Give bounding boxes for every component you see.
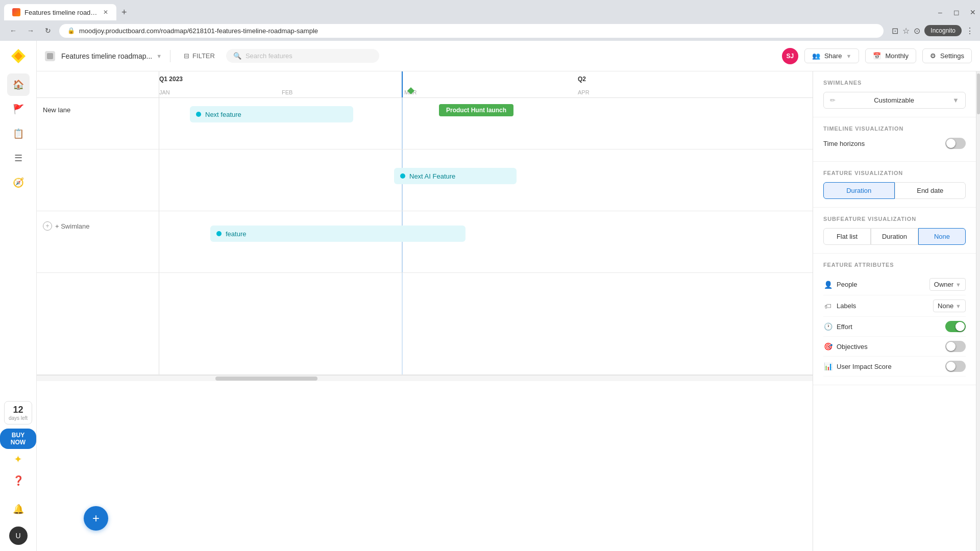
share-icon: 👥 [812, 52, 820, 60]
dropdown-chevron-icon: ▼ [952, 96, 959, 104]
timeline-viz-section: TIMELINE VISUALIZATION Time horizons [813, 117, 976, 162]
subfeature-viz-section: SUBFEATURE VISUALIZATION Flat list Durat… [813, 208, 976, 254]
subfeature-none-button[interactable]: None [918, 228, 966, 245]
tab-bar: Features timeline roadmap (sam... ✕ + – … [0, 0, 980, 20]
customizable-dropdown[interactable]: ✏ Customizable ▼ [823, 92, 966, 109]
attr-row-labels: 🏷 Labels None ▼ [823, 295, 966, 317]
close-button[interactable]: ✕ [966, 5, 980, 19]
product-hunt-badge[interactable]: Product Hunt launch [439, 104, 513, 116]
toggle-thumb [946, 139, 955, 148]
cast-icon[interactable]: ⊡ [892, 26, 898, 36]
feature-bar-next-ai[interactable]: Next AI Feature [394, 168, 517, 184]
home-icon: 🏠 [13, 79, 24, 90]
feature-attrs-title: FEATURE ATTRIBUTES [823, 262, 966, 268]
nav-buttons: ← → ↻ [6, 23, 55, 38]
toolbar: Features timeline roadmap... ▼ ⊟ FILTER … [37, 41, 980, 71]
sidebar-item-bell[interactable]: 🔔 [7, 498, 30, 520]
minimize-button[interactable]: – [933, 5, 947, 19]
effort-toggle[interactable] [945, 321, 966, 332]
feature-label-ai: Next AI Feature [409, 172, 455, 180]
user-impact-toggle[interactable] [945, 361, 966, 372]
calendar-icon: 📅 [873, 52, 881, 60]
subfeature-flat-list-button[interactable]: Flat list [823, 228, 871, 245]
buy-now-button[interactable]: BUY NOW [0, 429, 36, 449]
target-icon: 🎯 [823, 342, 832, 351]
lane-empty-content [159, 273, 813, 374]
effort-label-text: Effort [837, 323, 852, 331]
plus-icon: + [43, 221, 52, 231]
sidebar: 🏠 🚩 📋 ☰ 🧭 12 days left BUY NOW ✦ ❓ 🔔 [0, 41, 37, 551]
people-value-dropdown[interactable]: Owner ▼ [929, 278, 966, 291]
user-avatar[interactable]: U [9, 527, 28, 545]
filter-icon: ⊟ [184, 52, 189, 60]
add-swimlane-button[interactable]: + + Swimlane [43, 219, 90, 233]
sidebar-item-home[interactable]: 🏠 [7, 73, 30, 96]
menu-icon[interactable]: ⋮ [966, 26, 974, 36]
url-bar[interactable]: 🔒 moodjoy.productboard.com/roadmap/62181… [59, 24, 884, 38]
feature-viz-enddate-button[interactable]: End date [895, 182, 966, 199]
reload-button[interactable]: ↻ [41, 23, 55, 38]
tab-close-icon[interactable]: ✕ [103, 9, 108, 16]
new-tab-button[interactable]: + [117, 5, 131, 20]
feature-viz-duration-button[interactable]: Duration [823, 182, 895, 199]
labels-label: 🏷 Labels [823, 302, 856, 311]
roadmap-title-text: Features timeline roadmap... [61, 52, 152, 60]
app-logo[interactable] [9, 47, 28, 65]
active-tab[interactable]: Features timeline roadmap (sam... ✕ [4, 4, 116, 20]
sidebar-item-flag[interactable]: 🚩 [7, 98, 30, 120]
subfeature-duration-button[interactable]: Duration [871, 228, 918, 245]
bookmark-icon[interactable]: ☆ [902, 26, 910, 36]
lane-label-empty [37, 273, 159, 374]
filter-button[interactable]: ⊟ FILTER [179, 49, 220, 63]
timeline-row-3: + + Swimlane feature [37, 211, 813, 273]
feature-bar-next-feature[interactable]: Next feature [190, 106, 353, 122]
settings-button[interactable]: ⚙ Settings [922, 48, 972, 63]
lock-icon: 🔒 [67, 27, 75, 34]
profile-icon[interactable]: ⊙ [914, 26, 920, 36]
roadmap-chevron-icon: ▼ [156, 53, 162, 59]
objectives-toggle[interactable] [945, 341, 966, 352]
monthly-label: Monthly [885, 52, 909, 60]
fab-button[interactable]: + [84, 506, 108, 531]
objectives-label: 🎯 Objectives [823, 342, 868, 351]
timeline-months: Q1 2023 Q2 JAN FEB MAR APR [159, 71, 813, 97]
horizontal-scrollbar[interactable] [37, 375, 813, 381]
back-button[interactable]: ← [6, 23, 20, 38]
help-icon: ❓ [13, 475, 24, 486]
incognito-button[interactable]: Incognito [924, 25, 962, 36]
share-button[interactable]: 👥 Share ▼ [804, 48, 860, 63]
restore-button[interactable]: ◻ [949, 5, 964, 19]
labels-value-dropdown[interactable]: None ▼ [933, 299, 966, 312]
sidebar-item-list[interactable]: 📋 [7, 122, 30, 145]
labels-label-text: Labels [837, 302, 856, 310]
timeline-row-2: Next AI Feature [37, 149, 813, 211]
sidebar-item-lines[interactable]: ☰ [7, 147, 30, 169]
attr-row-user-impact: 📊 User Impact Score [823, 357, 966, 377]
month-apr: APR [578, 89, 590, 95]
time-horizons-row: Time horizons [823, 138, 966, 149]
feature-bar-feature[interactable]: feature [210, 226, 465, 242]
sparkle-icon: ✦ [14, 453, 22, 465]
monthly-button[interactable]: 📅 Monthly [865, 48, 916, 63]
edit-icon: ✏ [830, 96, 836, 104]
impact-icon: 📊 [823, 362, 832, 371]
swimlanes-title: SWIMLANES [823, 80, 966, 86]
month-feb: FEB [282, 89, 292, 95]
sidebar-item-help[interactable]: ❓ [7, 469, 30, 492]
subfeature-viz-title: SUBFEATURE VISUALIZATION [823, 216, 966, 222]
people-value-text: Owner [934, 281, 953, 288]
sidebar-item-compass[interactable]: 🧭 [7, 171, 30, 194]
timeline-area: Q1 2023 Q2 JAN FEB MAR APR [37, 71, 813, 551]
user-avatar-sj[interactable]: SJ [782, 48, 798, 64]
scrollbar-thumb[interactable] [215, 377, 317, 381]
roadmap-title[interactable]: Features timeline roadmap... ▼ [61, 52, 162, 60]
lane-1-name: New lane [43, 106, 70, 114]
right-scrollbar[interactable] [976, 71, 980, 551]
forward-button[interactable]: → [23, 23, 38, 38]
svg-rect-0 [47, 53, 53, 59]
time-horizons-toggle[interactable] [945, 138, 966, 149]
search-bar[interactable]: 🔍 Search features [226, 49, 379, 63]
feature-viz-section: FEATURE VISUALIZATION Duration End date [813, 162, 976, 208]
compass-icon: 🧭 [13, 177, 24, 188]
ai-teal-dot [400, 173, 405, 179]
